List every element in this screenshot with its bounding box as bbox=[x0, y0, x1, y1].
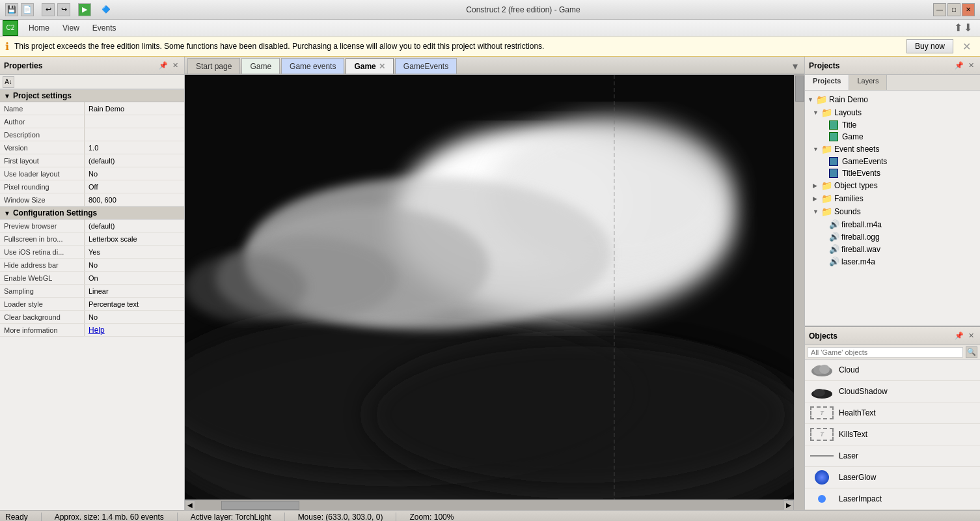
tree-title-events[interactable]: ▶ TitleEvents bbox=[805, 167, 980, 179]
events-icon bbox=[829, 157, 838, 166]
tree-title-layout[interactable]: ▶ Title bbox=[805, 119, 980, 131]
status-divider-1 bbox=[41, 513, 42, 522]
prop-hide-address: Hide address bar No bbox=[0, 259, 184, 272]
tree-families[interactable]: ▶ 📁 Families bbox=[805, 192, 980, 205]
project-settings-section[interactable]: ▼ Project settings bbox=[0, 89, 184, 102]
tree-root[interactable]: ▼ 📁 Rain Demo bbox=[805, 93, 980, 106]
pin-projects-icon[interactable]: 📌 bbox=[954, 61, 964, 71]
tree-laser-m4a[interactable]: ▶ 🔊 laser.m4a bbox=[805, 255, 980, 268]
props-header-icons: 📌 ✕ bbox=[158, 61, 180, 71]
prop-first-layout: First layout (default) bbox=[0, 154, 184, 167]
right-panel: Projects 📌 ✕ Projects Layers ▼ 📁 Rain De… bbox=[804, 57, 980, 510]
undo-icon[interactable]: ↩ bbox=[42, 3, 55, 16]
list-item[interactable]: Cloud bbox=[805, 359, 980, 381]
status-ready: Ready bbox=[5, 513, 28, 522]
new-icon[interactable]: 📄 bbox=[21, 3, 34, 16]
config-settings-section[interactable]: ▼ Configuration Settings bbox=[0, 206, 184, 219]
sound-m4a-icon: 🔊 bbox=[829, 219, 839, 229]
buy-now-button[interactable]: Buy now bbox=[906, 39, 953, 53]
help-link[interactable]: Help bbox=[88, 326, 105, 335]
statusbar: Ready Approx. size: 1.4 mb. 60 events Ac… bbox=[0, 510, 980, 521]
search-button[interactable]: 🔍 bbox=[966, 346, 977, 358]
list-item[interactable]: LaserImpact bbox=[805, 488, 980, 510]
sort-az-button[interactable]: A↓ bbox=[3, 76, 14, 88]
svg-point-15 bbox=[819, 365, 830, 374]
maximize-icon[interactable]: ⬆ bbox=[954, 21, 962, 34]
tab-layers[interactable]: Layers bbox=[849, 75, 887, 90]
app-name-label: 🔷 bbox=[99, 5, 113, 14]
prop-window-size: Window Size 800, 600 bbox=[0, 193, 184, 206]
tree-game-layout[interactable]: ▶ Game bbox=[805, 131, 980, 143]
tree-layouts-folder[interactable]: ▼ 📁 Layouts bbox=[805, 106, 980, 119]
menu-events[interactable]: Events bbox=[86, 21, 123, 35]
list-item[interactable]: Laser bbox=[805, 445, 980, 467]
project-tree: ▼ 📁 Rain Demo ▼ 📁 Layouts ▶ Title ▶ bbox=[805, 91, 980, 326]
info-icon: ℹ bbox=[5, 40, 9, 53]
notification-close-icon[interactable]: ✕ bbox=[959, 40, 975, 53]
prop-version: Version 1.0 bbox=[0, 141, 184, 154]
game-canvas-background[interactable]: Text bbox=[185, 75, 794, 500]
prop-more-info: More information Help bbox=[0, 324, 184, 337]
menu-home[interactable]: Home bbox=[22, 21, 56, 35]
tab-projects[interactable]: Projects bbox=[805, 75, 849, 90]
tab-game-events[interactable]: Game events bbox=[281, 58, 344, 74]
cloud-thumbnail bbox=[810, 362, 834, 378]
projects-header: Projects 📌 ✕ bbox=[805, 57, 980, 75]
scroll-left-button[interactable]: ◀ bbox=[185, 500, 195, 511]
tabs-scroll-arrow[interactable]: ▾ bbox=[789, 58, 802, 74]
pin-icon[interactable]: 📌 bbox=[158, 61, 169, 71]
tab-game-events-2[interactable]: GameEvents bbox=[395, 58, 457, 74]
prop-loader-style: Loader style Percentage text bbox=[0, 298, 184, 311]
obj-types-folder-icon: 📁 bbox=[821, 180, 832, 191]
redo-icon[interactable]: ↪ bbox=[57, 3, 70, 16]
notification-message: This project exceeds the free edition li… bbox=[14, 42, 901, 51]
horizontal-scrollbar[interactable]: ◀ ▶ bbox=[185, 500, 794, 510]
objects-panel: Objects 📌 ✕ 🔍 Cloud bbox=[805, 327, 980, 510]
tree-sounds-folder[interactable]: ▼ 📁 Sounds bbox=[805, 205, 980, 218]
layout-game-icon bbox=[829, 132, 838, 141]
prop-description: Description bbox=[0, 128, 184, 141]
tree-game-events[interactable]: ▶ GameEvents bbox=[805, 156, 980, 167]
window-title: Construct 2 (free edition) - Game bbox=[113, 5, 933, 14]
close-projects-icon[interactable]: ✕ bbox=[966, 61, 976, 71]
layouts-folder-icon: 📁 bbox=[821, 107, 832, 118]
tree-fireball-m4a[interactable]: ▶ 🔊 fireball.m4a bbox=[805, 218, 980, 231]
families-folder-icon: 📁 bbox=[821, 193, 832, 204]
tab-game-1[interactable]: Game bbox=[241, 58, 280, 74]
status-zoom: Zoom: 100% bbox=[409, 513, 454, 522]
list-item[interactable]: T HealthText bbox=[805, 402, 980, 424]
prop-use-loader: Use loader layout No bbox=[0, 167, 184, 180]
tab-game-active[interactable]: Game ✕ bbox=[346, 58, 393, 74]
tree-events-folder[interactable]: ▼ 📁 Event sheets bbox=[805, 143, 980, 156]
run-icon[interactable]: ▶ bbox=[78, 3, 91, 16]
scroll-track[interactable] bbox=[195, 500, 783, 510]
laser-thumbnail bbox=[810, 448, 834, 464]
close-objects-icon[interactable]: ✕ bbox=[966, 331, 976, 341]
minimize-button[interactable]: — bbox=[933, 3, 946, 16]
tab-start-page[interactable]: Start page bbox=[187, 58, 240, 74]
horizontal-scroll-thumb[interactable] bbox=[221, 501, 299, 510]
restore-icon[interactable]: ⬇ bbox=[964, 21, 972, 34]
tab-close-icon[interactable]: ✕ bbox=[379, 62, 385, 71]
pin-objects-icon[interactable]: 📌 bbox=[954, 331, 964, 341]
status-active-layer: Active layer: TorchLight bbox=[191, 513, 271, 522]
close-window-button[interactable]: ✕ bbox=[962, 3, 975, 16]
tree-fireball-wav[interactable]: ▶ 🔊 fireball.wav bbox=[805, 243, 980, 255]
objects-search-input[interactable] bbox=[808, 347, 963, 358]
list-item[interactable]: T KillsText bbox=[805, 424, 980, 445]
tree-fireball-ogg[interactable]: ▶ 🔊 fireball.ogg bbox=[805, 231, 980, 243]
close-props-icon[interactable]: ✕ bbox=[170, 61, 180, 71]
list-item[interactable]: CloudShadow bbox=[805, 381, 980, 402]
menu-view[interactable]: View bbox=[56, 21, 86, 35]
save-icon[interactable]: 💾 bbox=[5, 3, 18, 16]
prop-webgl: Enable WebGL On bbox=[0, 272, 184, 285]
scroll-right-button[interactable]: ▶ bbox=[783, 500, 794, 511]
vertical-scroll-thumb[interactable] bbox=[795, 76, 804, 102]
list-item[interactable]: LaserGlow bbox=[805, 467, 980, 488]
objects-search-bar: 🔍 bbox=[805, 345, 980, 359]
tree-object-types[interactable]: ▶ 📁 Object types bbox=[805, 179, 980, 192]
maximize-button[interactable]: □ bbox=[947, 3, 960, 16]
vertical-scrollbar[interactable] bbox=[794, 75, 804, 500]
prop-preview-browser: Preview browser (default) bbox=[0, 219, 184, 232]
object-name: LaserImpact bbox=[839, 494, 882, 503]
